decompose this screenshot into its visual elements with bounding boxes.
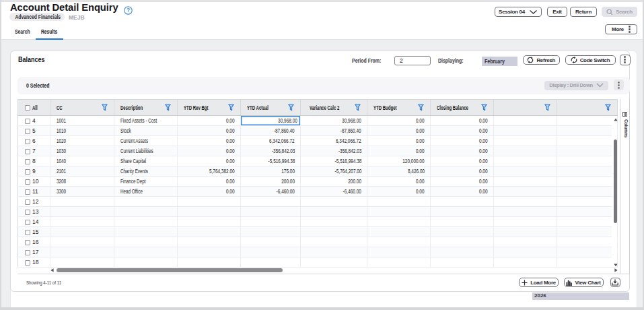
svg-text:?: ? <box>127 7 130 13</box>
